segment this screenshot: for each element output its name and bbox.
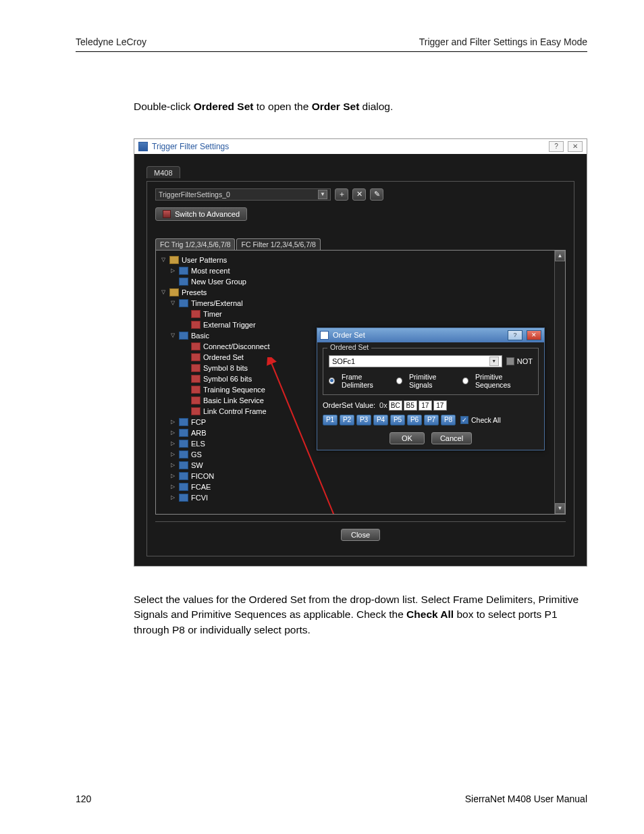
tab-fc-trig[interactable]: FC Trig 1/2,3/4,5/6,7/8 [155, 238, 235, 250]
folder-icon [179, 332, 188, 340]
outro-bold: Check All [406, 608, 454, 620]
app-icon [138, 142, 148, 151]
tree-fcae[interactable]: ▷FCAE [159, 481, 565, 492]
ordered-set-combo[interactable]: SOFc1 ▼ [329, 355, 502, 367]
tree-timer[interactable]: Timer [159, 309, 565, 319]
tree-sw[interactable]: ▷SW [159, 460, 565, 471]
leaf-icon [191, 396, 200, 405]
window-titlebar: Trigger Filter Settings ? ✕ [134, 139, 587, 154]
tree-panel: ▽User Patterns ▷Most recent New User Gro… [155, 250, 566, 515]
leaf-icon [191, 375, 200, 383]
port-p3[interactable]: P3 [356, 415, 371, 425]
dialog-icon [320, 331, 329, 340]
close-main-button[interactable]: Close [341, 529, 380, 541]
combo-value: SOFc1 [332, 357, 355, 365]
window-title: Trigger Filter Settings [152, 142, 229, 151]
tree-fcvi[interactable]: ▷FCVI [159, 492, 565, 503]
manual-name: SierraNet M408 User Manual [465, 793, 587, 804]
folder-icon [179, 450, 188, 459]
cancel-button[interactable]: Cancel [431, 432, 472, 444]
intro-mid: to open the [253, 101, 311, 112]
tree-presets[interactable]: ▽Presets [159, 287, 565, 298]
chevron-down-icon[interactable]: ▼ [318, 190, 327, 199]
tree-gs[interactable]: ▷GS [159, 449, 565, 460]
help-button[interactable]: ? [549, 141, 564, 152]
radio-primitive-sequences[interactable] [462, 377, 468, 384]
dialog-title: Order Set [333, 331, 365, 339]
tree-user-patterns[interactable]: ▽User Patterns [159, 255, 565, 265]
checkbox-icon: ✓ [460, 416, 468, 424]
leaf-icon [191, 353, 200, 361]
hex-byte-3[interactable]: 17 [433, 400, 447, 411]
hex-byte-1[interactable]: B5 [404, 400, 417, 411]
not-checkbox[interactable]: NOT [506, 357, 533, 365]
leaf-icon [191, 321, 200, 329]
intro-pre: Double-click [134, 101, 194, 112]
intro-post: dialog. [359, 101, 393, 112]
radio-label-a: Frame Delimiters [342, 373, 390, 389]
hex-byte-0[interactable]: BC [389, 400, 402, 411]
dialog-help-button[interactable]: ? [508, 330, 522, 340]
dialog-close-button[interactable]: ✕ [527, 330, 541, 340]
delete-button[interactable]: ✕ [352, 188, 366, 201]
folder-icon [179, 429, 188, 437]
close-button[interactable]: ✕ [568, 141, 583, 152]
intro-bold-2: Order Set [312, 101, 360, 112]
port-p7[interactable]: P7 [424, 415, 439, 425]
scroll-up-icon[interactable]: ▲ [555, 251, 565, 261]
header-left: Teledyne LeCroy [76, 36, 146, 47]
scrollbar[interactable]: ▲ ▼ [554, 251, 565, 514]
port-p1[interactable]: P1 [323, 415, 338, 425]
header-right: Trigger and Filter Settings in Easy Mode [419, 36, 587, 47]
hex-prefix: 0x [379, 401, 387, 409]
tree-new-user-group[interactable]: New User Group [159, 276, 565, 287]
inner-panel: TriggerFilterSettings_0 ▼ ＋ ✕ ✎ Switch t… [146, 181, 574, 556]
folder-icon [179, 299, 188, 307]
port-p6[interactable]: P6 [407, 415, 422, 425]
port-p8[interactable]: P8 [441, 415, 456, 425]
ordered-set-group: Ordered Set SOFc1 ▼ NOT [323, 348, 539, 395]
folder-icon [179, 472, 188, 480]
radio-primitive-signals[interactable] [396, 377, 402, 384]
folder-icon [179, 440, 188, 448]
port-p2[interactable]: P2 [340, 415, 354, 425]
radio-frame-delimiters[interactable] [329, 377, 335, 384]
screenshot: Trigger Filter Settings ? ✕ M408 Trigger… [134, 138, 587, 567]
tree-ficon[interactable]: ▷FICON [159, 471, 565, 481]
switch-icon [163, 210, 171, 218]
intro-bold-1: Ordered Set [194, 101, 254, 112]
tree-timers-external[interactable]: ▽Timers/External [159, 298, 565, 309]
port-p4[interactable]: P4 [373, 415, 388, 425]
edit-button[interactable]: ✎ [370, 188, 383, 201]
chevron-down-icon[interactable]: ▼ [489, 357, 499, 366]
add-button[interactable]: ＋ [335, 188, 348, 201]
settings-name-combo[interactable]: TriggerFilterSettings_0 ▼ [155, 188, 331, 201]
tab-m408[interactable]: M408 [146, 166, 180, 178]
folder-icon [169, 288, 179, 296]
ok-button[interactable]: OK [390, 432, 425, 444]
folder-icon [179, 278, 188, 286]
leaf-icon [191, 407, 200, 415]
tab-fc-filter[interactable]: FC Filter 1/2,3/4,5/6,7/8 [236, 238, 320, 250]
order-set-dialog: Order Set ? ✕ Ordered Set SOFc1 ▼ [317, 328, 545, 450]
leaf-icon [191, 310, 200, 318]
port-p5[interactable]: P5 [390, 415, 405, 425]
settings-name-label: TriggerFilterSettings_0 [159, 190, 230, 199]
folder-icon [179, 418, 188, 426]
leaf-icon [191, 386, 200, 394]
folder-icon [179, 494, 188, 502]
header-rule [76, 51, 587, 52]
scroll-down-icon[interactable]: ▼ [555, 503, 565, 514]
leaf-icon [191, 342, 200, 350]
orderset-value-label: OrderSet Value: [323, 401, 375, 409]
check-all[interactable]: ✓ Check All [460, 416, 501, 424]
switch-to-advanced-button[interactable]: Switch to Advanced [155, 207, 247, 221]
hex-byte-2[interactable]: 17 [419, 400, 432, 411]
leaf-icon [191, 364, 200, 372]
radio-label-b: Primitive Signals [409, 373, 456, 389]
tree-most-recent[interactable]: ▷Most recent [159, 265, 565, 276]
check-all-label: Check All [471, 416, 501, 424]
folder-icon [179, 267, 188, 275]
folder-icon [179, 461, 188, 469]
folder-icon [169, 256, 179, 264]
